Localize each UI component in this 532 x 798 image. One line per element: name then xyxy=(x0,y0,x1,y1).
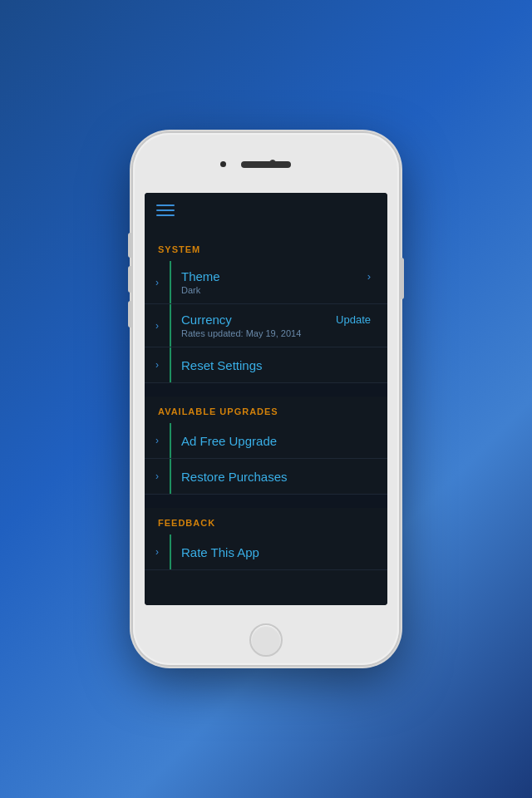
theme-subtitle: Dark xyxy=(181,285,377,295)
reset-title: Reset Settings xyxy=(181,358,263,372)
right-arrow-theme: › xyxy=(367,270,377,283)
settings-list: SYSTEM › Theme › Dark › xyxy=(145,193,387,605)
menu-line-2 xyxy=(156,209,175,211)
settings-item-theme[interactable]: › Theme › Dark xyxy=(145,261,387,304)
phone-screen: SYSTEM › Theme › Dark › xyxy=(145,193,387,605)
settings-item-restore[interactable]: › Restore Purchases xyxy=(145,459,387,495)
item-row-theme: Theme › xyxy=(181,269,377,283)
left-arrow-ad-free: › xyxy=(145,423,170,458)
item-row-currency: Currency Update xyxy=(181,313,377,327)
item-content-ad-free: Ad Free Upgrade xyxy=(171,426,387,456)
speaker xyxy=(241,161,291,168)
currency-subtitle: Rates updated: May 19, 2014 xyxy=(181,328,377,338)
menu-line-3 xyxy=(156,214,175,216)
phone-frame: SYSTEM › Theme › Dark › xyxy=(133,133,399,665)
section-header-upgrades: AVAILABLE UPGRADES xyxy=(145,397,387,423)
item-content-restore: Restore Purchases xyxy=(171,461,387,492)
section-header-system: SYSTEM xyxy=(145,234,387,261)
section-gap-1 xyxy=(145,383,387,397)
item-content-theme: Theme › Dark xyxy=(171,261,387,303)
power-button xyxy=(400,258,404,299)
rate-title: Rate This App xyxy=(181,545,259,559)
menu-line-1 xyxy=(156,204,175,206)
settings-item-ad-free[interactable]: › Ad Free Upgrade xyxy=(145,423,387,459)
left-arrow-rate: › xyxy=(145,534,170,569)
currency-update-action[interactable]: Update xyxy=(336,313,377,326)
item-row-rate: Rate This App xyxy=(181,545,377,559)
top-bezel xyxy=(133,145,399,193)
app-content: SYSTEM › Theme › Dark › xyxy=(145,193,387,605)
menu-icon[interactable] xyxy=(156,204,175,216)
left-arrow-restore: › xyxy=(145,459,170,494)
home-button[interactable] xyxy=(249,623,283,657)
left-arrow-reset: › xyxy=(145,347,170,382)
item-content-rate: Rate This App xyxy=(171,537,387,568)
item-row-restore: Restore Purchases xyxy=(181,470,377,484)
settings-item-reset[interactable]: › Reset Settings xyxy=(145,347,387,383)
item-row-reset: Reset Settings xyxy=(181,358,377,372)
restore-title: Restore Purchases xyxy=(181,470,288,484)
currency-title: Currency xyxy=(181,313,232,327)
item-content-currency: Currency Update Rates updated: May 19, 2… xyxy=(171,304,387,347)
section-header-feedback: FEEDBACK xyxy=(145,508,387,534)
bottom-bezel xyxy=(133,623,399,657)
ad-free-title: Ad Free Upgrade xyxy=(181,434,277,448)
volume-up-button xyxy=(128,266,132,293)
left-arrow-theme: › xyxy=(145,265,170,300)
front-camera-dot xyxy=(220,161,226,167)
theme-title: Theme xyxy=(181,269,220,283)
section-gap-2 xyxy=(145,495,387,508)
settings-item-currency[interactable]: › Currency Update Rates updated: May 19,… xyxy=(145,304,387,347)
item-row-ad-free: Ad Free Upgrade xyxy=(181,434,377,448)
item-content-reset: Reset Settings xyxy=(171,350,387,381)
volume-down-button xyxy=(128,301,132,328)
settings-item-rate[interactable]: › Rate This App xyxy=(145,534,387,570)
left-arrow-currency: › xyxy=(145,308,170,343)
